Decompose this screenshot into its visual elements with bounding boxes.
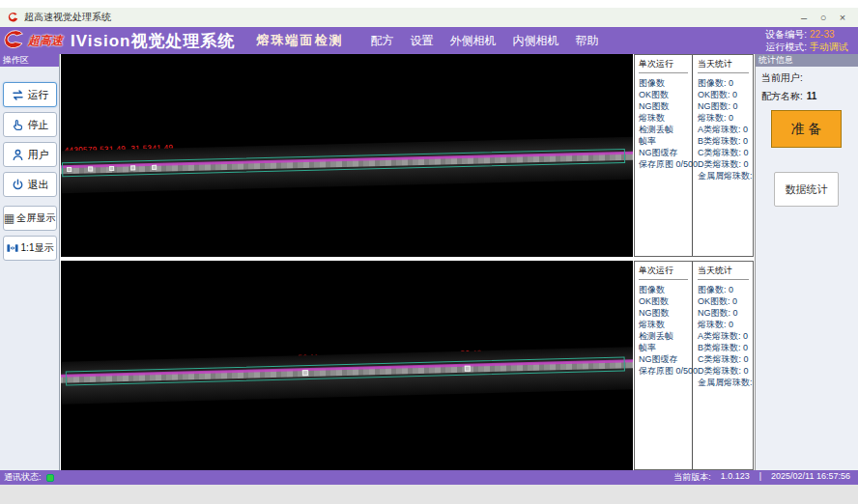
stat-row: NG图缓存 — [639, 353, 692, 365]
run-button[interactable]: 运行 — [3, 82, 57, 107]
exit-button[interactable]: 退出 — [3, 172, 57, 197]
app-title: IVision视觉处理系统 — [71, 30, 235, 52]
seam-marker — [130, 165, 135, 170]
app-subtitle: 熔珠端面检测 — [256, 32, 343, 49]
stat-row: 图像数 — [639, 77, 692, 89]
stat-row: 图像数: 0 — [698, 284, 753, 295]
main-menu: 配方 设置 外侧相机 内侧相机 帮助 — [370, 33, 598, 49]
single-run-column: 单次运行 图像数 OK图数 NG图数 熔珠数 检测丢帧 帧率 NG图缓存 保存原… — [635, 262, 693, 469]
user-button-label: 用户 — [28, 148, 49, 162]
menu-settings[interactable]: 设置 — [410, 33, 433, 49]
current-user-row: 当前用户: — [761, 71, 858, 85]
device-number-label: 设备编号: — [765, 29, 807, 40]
user-button[interactable]: 用户 — [3, 142, 57, 167]
statistics-info-panel: 统计信息 当前用户: 配方名称:11 准备 数据统计 — [755, 54, 858, 470]
status-bar-right: 当前版本: 1.0.123 | 2025/02/11 16:57:56 — [673, 471, 850, 484]
stat-row: A类熔珠数: 0 — [698, 330, 753, 342]
stats-panel-top: 单次运行 图像数 OK图数 NG图数 熔珠数 检测丢帧 帧率 NG图缓存 保存原… — [634, 54, 754, 257]
stat-row: 熔珠数 — [639, 112, 692, 124]
status-separator: | — [759, 471, 761, 484]
weld-seam-bottom: 53.11 56.43 — [61, 335, 633, 418]
single-run-title: 单次运行 — [639, 58, 688, 73]
run-mode-row: 运行模式:手动调试 — [765, 41, 848, 53]
run-button-label: 运行 — [28, 88, 49, 102]
brand-name: 超高速 — [28, 33, 63, 49]
exit-button-label: 退出 — [28, 178, 49, 192]
minimize-icon[interactable]: – — [794, 12, 814, 23]
statistics-info-title: 统计信息 — [756, 54, 858, 67]
stat-row: 图像数 — [639, 284, 692, 295]
fullscreen-button[interactable]: ▦ 全屏显示 — [3, 206, 57, 231]
run-mode-label: 运行模式: — [765, 42, 807, 52]
single-run-column: 单次运行 图像数 OK图数 NG图数 熔珠数 检测丢帧 帧率 NG图缓存 保存原… — [635, 55, 693, 256]
close-icon[interactable]: × — [833, 12, 852, 23]
stat-row: 熔珠数: 0 — [698, 112, 753, 124]
stat-row: A类熔珠数: 0 — [698, 124, 753, 135]
brand-swoosh-icon — [4, 30, 27, 51]
one-to-one-button[interactable]: 1:1显示 — [3, 236, 57, 261]
seam-marker — [88, 166, 93, 171]
comm-status-indicator — [46, 474, 54, 482]
version-label: 当前版本: — [673, 471, 711, 484]
stat-row: 检测丢帧 — [639, 124, 692, 135]
grid-icon: ▦ — [4, 212, 14, 224]
stat-row: NG图数 — [639, 307, 692, 319]
stat-row: 图像数: 0 — [698, 77, 753, 89]
datetime-value: 2025/02/11 16:57:56 — [771, 471, 850, 484]
stat-row: B类熔珠数: 0 — [698, 135, 753, 147]
window-controls: – ○ × — [794, 12, 852, 23]
seam-marker — [109, 166, 114, 171]
recipe-name-label: 配方名称: — [761, 91, 803, 101]
brand-logo: 超高速 — [4, 30, 63, 51]
current-user-label: 当前用户: — [761, 72, 803, 83]
seam-marker — [465, 366, 471, 372]
stat-row: 检测丢帧 — [639, 330, 692, 342]
desktop-strip — [0, 485, 858, 504]
stat-row: NG图数: 0 — [698, 100, 753, 112]
menu-inner-camera[interactable]: 内侧相机 — [512, 33, 558, 49]
stop-button[interactable]: 停止 — [3, 112, 57, 137]
stat-row: B类熔珠数: 0 — [698, 342, 753, 353]
sidebar-title: 操作区 — [0, 54, 59, 67]
menu-recipe[interactable]: 配方 — [370, 33, 393, 49]
today-stats-column: 当天统计 图像数: 0 OK图数: 0 NG图数: 0 熔珠数: 0 A类熔珠数… — [694, 55, 753, 256]
stat-row: D类熔珠数: 0 — [698, 365, 753, 377]
stat-row: OK图数 — [639, 89, 692, 100]
menu-outer-camera[interactable]: 外侧相机 — [449, 33, 496, 49]
one-to-one-button-label: 1:1显示 — [21, 241, 54, 255]
maximize-icon[interactable]: ○ — [814, 12, 833, 23]
user-icon — [11, 148, 25, 162]
one-to-one-icon — [6, 241, 19, 255]
stat-row: NG图数 — [639, 100, 692, 112]
status-bar: 通讯状态: 当前版本: 1.0.123 | 2025/02/11 16:57:5… — [0, 470, 858, 485]
camera-view-bottom[interactable]: 53.11 56.43 — [61, 261, 633, 470]
stat-row: OK图数: 0 — [698, 89, 753, 100]
run-mode-value: 手动调试 — [810, 42, 848, 52]
recipe-name-row: 配方名称:11 — [761, 90, 858, 103]
app-header: 超高速 IVision视觉处理系统 熔珠端面检测 配方 设置 外侧相机 内侧相机… — [0, 27, 858, 54]
stat-row: 保存原图 0/500 — [639, 365, 692, 377]
device-number-row: 设备编号:22-33 — [765, 28, 848, 41]
stat-row: OK图数 — [639, 295, 692, 307]
stat-row: C类熔珠数: 0 — [698, 353, 753, 365]
stat-row: NG图缓存 — [639, 147, 692, 158]
hand-icon — [11, 118, 25, 132]
seam-marker — [67, 167, 72, 172]
prepare-button[interactable]: 准备 — [771, 110, 842, 148]
data-statistics-button[interactable]: 数据统计 — [774, 172, 839, 207]
fullscreen-button-label: 全屏显示 — [16, 211, 55, 225]
stat-row: NG图数: 0 — [698, 307, 753, 319]
camera-view-top[interactable]: 4430579.531.49 31.5341.49 — [61, 54, 633, 257]
device-number-value: 22-33 — [810, 29, 835, 40]
stat-row: 帧率 — [639, 135, 692, 147]
swap-arrows-icon — [11, 88, 25, 102]
stat-row: 帧率 — [639, 342, 692, 353]
power-icon — [11, 178, 25, 192]
stat-row: 金属屑熔珠数: 0 — [698, 170, 753, 182]
today-stats-title: 当天统计 — [698, 58, 749, 73]
sidebar-operations: 操作区 运行 停止 用户 退出 — [0, 54, 60, 470]
menu-help[interactable]: 帮助 — [575, 33, 598, 49]
weld-seam-top: 4430579.531.49 31.5341.49 — [61, 120, 633, 202]
os-titlebar: 超高速视觉处理系统 – ○ × — [0, 8, 858, 27]
seam-marker — [152, 165, 157, 170]
